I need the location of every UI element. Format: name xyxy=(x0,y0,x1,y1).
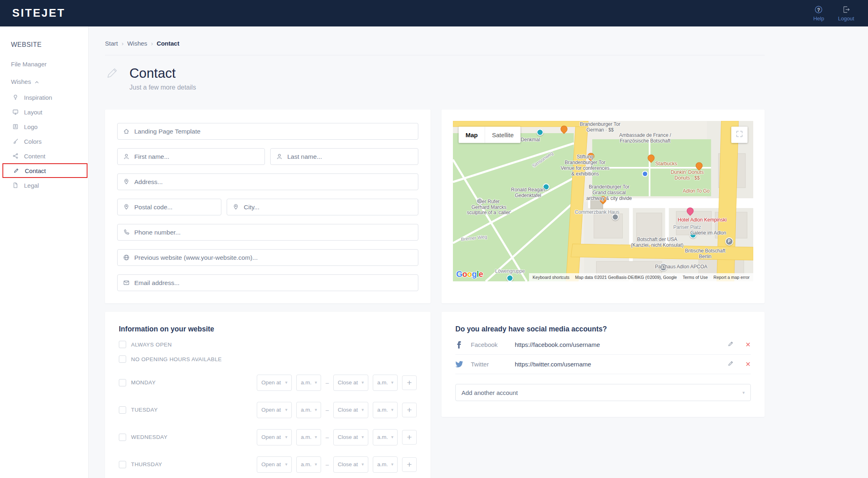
close-meridiem-select[interactable]: a.m. ▾ xyxy=(373,456,398,473)
open-at-select[interactable]: Open at ▾ xyxy=(257,402,292,418)
map-attribution: Keyboard shortcuts Map data ©2021 GeoBas… xyxy=(529,273,753,281)
google-logo: Google xyxy=(456,270,483,279)
edit-icon[interactable] xyxy=(727,360,734,368)
first-name-field-wrap xyxy=(117,148,265,165)
add-hours-button[interactable]: + xyxy=(402,375,417,390)
keyboard-shortcuts-link[interactable]: Keyboard shortcuts xyxy=(533,275,569,280)
day-checkbox[interactable] xyxy=(119,434,126,441)
open-at-select[interactable]: Open at ▾ xyxy=(257,375,292,391)
fullscreen-icon xyxy=(736,130,743,139)
map-marker[interactable] xyxy=(648,154,655,161)
open-at-select[interactable]: Open at ▾ xyxy=(257,429,292,445)
sidebar-item-wishes[interactable]: Wishes xyxy=(11,78,88,85)
facebook-icon xyxy=(455,341,466,349)
postal-code-field[interactable] xyxy=(134,204,216,211)
app-logo: SITEJET xyxy=(12,7,66,20)
google-map[interactable]: Brandenburger Tor German · $$Ambassade d… xyxy=(453,121,753,281)
chevron-down-icon: ▾ xyxy=(361,407,364,412)
home-icon xyxy=(123,128,130,135)
chevron-down-icon: ▾ xyxy=(285,380,288,385)
close-meridiem-select[interactable]: a.m. ▾ xyxy=(373,429,398,445)
map-marker[interactable] xyxy=(537,129,544,136)
sidebar-item-contact[interactable]: Contact xyxy=(2,163,87,178)
badge-icon xyxy=(12,123,19,130)
close-at-select[interactable]: Close at ▾ xyxy=(333,456,368,473)
last-name-field[interactable] xyxy=(287,153,413,160)
edit-icon[interactable] xyxy=(727,340,734,349)
day-label: THURSDAY xyxy=(131,461,162,467)
fullscreen-button[interactable] xyxy=(731,127,748,143)
website-field-wrap xyxy=(117,249,418,266)
website-field[interactable] xyxy=(134,254,413,261)
terms-link[interactable]: Terms of Use xyxy=(682,275,708,280)
map-marker[interactable] xyxy=(725,237,733,246)
sidebar-item-inspiration[interactable]: Inspiration xyxy=(0,90,88,105)
open-meridiem-select[interactable]: a.m. ▾ xyxy=(296,456,321,473)
sidebar-item-colors[interactable]: Colors xyxy=(0,134,88,149)
chevron-down-icon: ▾ xyxy=(315,434,317,440)
logout-button[interactable]: Logout xyxy=(838,5,854,22)
map-label: Britische Botschaft Berlin xyxy=(681,248,729,260)
city-field-wrap xyxy=(227,199,418,215)
help-button[interactable]: ? Help xyxy=(813,5,824,22)
add-hours-button[interactable]: + xyxy=(402,403,417,417)
map-marker[interactable] xyxy=(687,207,694,214)
map-view-button[interactable]: Map xyxy=(459,127,485,143)
open-meridiem-select[interactable]: a.m. ▾ xyxy=(296,375,321,391)
map-marker[interactable] xyxy=(561,125,568,132)
map-label: Dunkin' Donuts Donuts · $$ xyxy=(671,170,704,181)
report-error-link[interactable]: Report a map error xyxy=(713,275,750,280)
close-meridiem-select[interactable]: a.m. ▾ xyxy=(373,375,398,391)
map-marker[interactable] xyxy=(696,162,703,169)
sidebar-item-file-manager[interactable]: File Manager xyxy=(11,61,88,68)
sidebar-item-legal[interactable]: Legal xyxy=(0,178,88,193)
add-hours-button[interactable]: + xyxy=(402,430,417,445)
chevron-down-icon: ▾ xyxy=(285,434,288,440)
email-field[interactable] xyxy=(134,279,413,287)
breadcrumb-divider xyxy=(105,55,765,55)
phone-field[interactable] xyxy=(134,229,413,236)
add-hours-button[interactable]: + xyxy=(402,457,417,472)
map-marker[interactable] xyxy=(642,171,648,177)
open-meridiem-select[interactable]: a.m. ▾ xyxy=(296,402,321,418)
template-field[interactable] xyxy=(134,128,413,135)
no-hours-checkbox[interactable] xyxy=(119,355,126,363)
first-name-field[interactable] xyxy=(134,153,259,160)
sidebar-item-label: Inspiration xyxy=(24,94,52,101)
chevron-down-icon: ▾ xyxy=(361,434,364,440)
open-meridiem-select[interactable]: a.m. ▾ xyxy=(296,429,321,445)
map-label: Ronald Reagan Gedenktafel xyxy=(511,188,545,199)
breadcrumb-start[interactable]: Start xyxy=(105,40,118,47)
globe-icon xyxy=(123,254,130,261)
day-checkbox[interactable] xyxy=(119,379,126,386)
day-checkbox[interactable] xyxy=(119,461,126,468)
map-label: Ambassade de France / Französische Botsc… xyxy=(619,133,671,145)
add-account-select[interactable]: Add another account ▾ xyxy=(455,384,751,401)
remove-icon[interactable]: ✕ xyxy=(746,341,751,349)
city-field[interactable] xyxy=(244,204,413,211)
brush-icon xyxy=(12,138,19,145)
location-pin-icon xyxy=(123,204,130,210)
day-checkbox[interactable] xyxy=(119,406,126,414)
address-field-wrap xyxy=(117,173,418,190)
close-at-select[interactable]: Close at ▾ xyxy=(333,375,368,391)
map-marker[interactable] xyxy=(507,275,514,281)
open-at-select[interactable]: Open at ▾ xyxy=(257,456,292,473)
map-type-control: Map Satellite xyxy=(459,127,520,143)
sidebar-item-layout[interactable]: Layout xyxy=(0,105,88,119)
sidebar-item-content[interactable]: Content xyxy=(0,149,88,163)
breadcrumb-wishes[interactable]: Wishes xyxy=(127,40,147,47)
address-field[interactable] xyxy=(134,178,413,186)
help-label: Help xyxy=(813,15,824,22)
mail-icon xyxy=(123,279,130,286)
remove-icon[interactable]: ✕ xyxy=(746,360,751,368)
map-label: Adlon To Go xyxy=(683,189,710,194)
satellite-view-button[interactable]: Satellite xyxy=(485,127,520,143)
sidebar-item-logo[interactable]: Logo xyxy=(0,119,88,134)
always-open-checkbox[interactable] xyxy=(119,341,126,348)
close-meridiem-select[interactable]: a.m. ▾ xyxy=(373,402,398,418)
chevron-down-icon: ▾ xyxy=(391,434,394,440)
last-name-field-wrap xyxy=(270,148,418,165)
close-at-select[interactable]: Close at ▾ xyxy=(333,402,368,418)
close-at-select[interactable]: Close at ▾ xyxy=(333,429,368,445)
